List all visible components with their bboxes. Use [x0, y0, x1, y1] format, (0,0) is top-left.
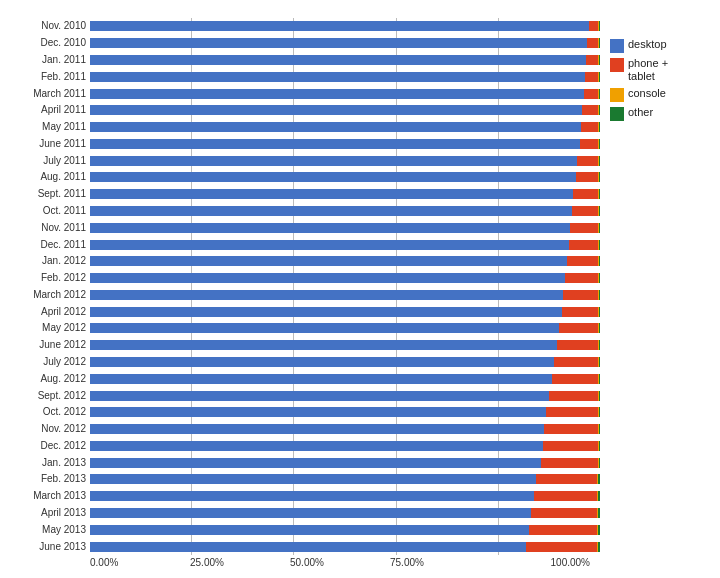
bar-segment-other: [599, 172, 600, 182]
bar-segment-other: [598, 542, 600, 552]
bar-segment-other: [599, 407, 600, 417]
bar-row: [90, 421, 600, 438]
bar-segment-other: [599, 424, 600, 434]
x-label: 100.00%: [490, 557, 590, 568]
bar-segment-other: [599, 307, 600, 317]
bar-segment-desktop: [90, 55, 586, 65]
bar-segment-phone: [584, 89, 598, 99]
y-axis: Nov. 2010Dec. 2010Jan. 2011Feb. 2011Marc…: [10, 18, 90, 555]
bar-row: [90, 236, 600, 253]
bar-segment-other: [599, 122, 600, 132]
legend-item-other: other: [610, 106, 710, 121]
bar-segment-desktop: [90, 374, 552, 384]
y-label: Feb. 2012: [10, 273, 86, 283]
bar-segment-desktop: [90, 407, 546, 417]
bar-row: [90, 471, 600, 488]
bar-row: [90, 404, 600, 421]
bar-row: [90, 18, 600, 35]
bar-row: [90, 119, 600, 136]
bar-row: [90, 186, 600, 203]
bar-track: [90, 407, 600, 417]
bar-segment-other: [599, 72, 600, 82]
bar-track: [90, 156, 600, 166]
bar-segment-desktop: [90, 424, 544, 434]
bar-track: [90, 340, 600, 350]
bar-segment-phone: [569, 240, 598, 250]
bar-row: [90, 287, 600, 304]
y-label: May 2012: [10, 323, 86, 333]
bar-segment-desktop: [90, 391, 549, 401]
chart-container: Nov. 2010Dec. 2010Jan. 2011Feb. 2011Marc…: [0, 0, 720, 578]
bar-segment-desktop: [90, 72, 585, 82]
bar-segment-phone: [572, 206, 598, 216]
bar-row: [90, 521, 600, 538]
legend: desktopphone + tabletconsoleother: [600, 18, 710, 555]
bar-segment-other: [599, 391, 600, 401]
bar-segment-phone: [536, 474, 597, 484]
x-label: 25.00%: [190, 557, 290, 568]
bar-row: [90, 219, 600, 236]
x-label: 50.00%: [290, 557, 390, 568]
bar-track: [90, 357, 600, 367]
y-label: March 2011: [10, 89, 86, 99]
bar-track: [90, 374, 600, 384]
y-label: June 2011: [10, 139, 86, 149]
x-label: 75.00%: [390, 557, 490, 568]
bar-segment-phone: [529, 525, 598, 535]
y-label: Sept. 2012: [10, 391, 86, 401]
bar-track: [90, 307, 600, 317]
bar-segment-other: [599, 189, 600, 199]
bar-row: [90, 438, 600, 455]
legend-label-phone-tablet: phone + tablet: [628, 57, 668, 83]
y-label: Oct. 2012: [10, 407, 86, 417]
bar-segment-desktop: [90, 273, 565, 283]
bar-segment-phone: [582, 105, 598, 115]
y-label: Feb. 2011: [10, 72, 86, 82]
bar-segment-other: [598, 491, 600, 501]
bar-segment-other: [599, 156, 600, 166]
bar-segment-phone: [587, 38, 598, 48]
bar-row: [90, 454, 600, 471]
bar-segment-other: [599, 458, 600, 468]
bar-row: [90, 337, 600, 354]
y-label: April 2011: [10, 105, 86, 115]
bar-segment-desktop: [90, 441, 543, 451]
y-label: Oct. 2011: [10, 206, 86, 216]
bar-segment-other: [599, 374, 600, 384]
bar-segment-phone: [567, 256, 598, 266]
bar-segment-phone: [546, 407, 598, 417]
legend-color-other: [610, 107, 624, 121]
bar-segment-phone: [577, 156, 598, 166]
bar-row: [90, 169, 600, 186]
bar-segment-desktop: [90, 458, 541, 468]
bar-segment-desktop: [90, 525, 529, 535]
bar-segment-desktop: [90, 491, 534, 501]
bar-segment-phone: [543, 441, 598, 451]
y-label: Nov. 2011: [10, 223, 86, 233]
bar-segment-desktop: [90, 122, 581, 132]
bar-segment-desktop: [90, 206, 572, 216]
bar-segment-other: [598, 525, 600, 535]
bar-track: [90, 72, 600, 82]
bar-row: [90, 152, 600, 169]
legend-label-desktop: desktop: [628, 38, 667, 51]
y-label: June 2013: [10, 542, 86, 552]
y-label: Aug. 2012: [10, 374, 86, 384]
bar-segment-phone: [557, 340, 598, 350]
bar-row: [90, 505, 600, 522]
y-label: March 2013: [10, 491, 86, 501]
bar-segment-phone: [573, 189, 597, 199]
y-label: March 2012: [10, 290, 86, 300]
bar-segment-phone: [576, 172, 598, 182]
bar-segment-other: [599, 21, 600, 31]
bar-track: [90, 139, 600, 149]
bar-segment-desktop: [90, 139, 580, 149]
bar-segment-phone: [563, 290, 598, 300]
bar-track: [90, 273, 600, 283]
bar-segment-other: [599, 206, 600, 216]
bar-segment-other: [599, 223, 600, 233]
bar-row: [90, 253, 600, 270]
bar-segment-phone: [570, 223, 598, 233]
bar-track: [90, 424, 600, 434]
y-label: May 2011: [10, 122, 86, 132]
